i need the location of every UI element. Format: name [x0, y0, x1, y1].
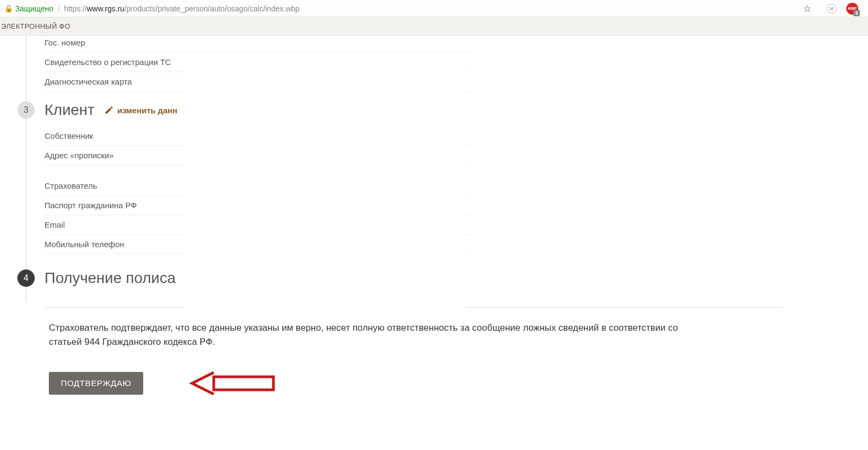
edit-link-label: изменить данн: [117, 106, 177, 115]
separator: |: [58, 4, 60, 13]
abp-badge: 3: [853, 10, 860, 16]
field-label: Страхователь: [44, 181, 97, 190]
bookmark-item[interactable]: ЭЛЕКТРОННЫЙ ФО: [1, 22, 71, 30]
field-label: Свидетельство о регистрации ТС: [44, 57, 171, 67]
url-scheme: https://: [64, 4, 87, 13]
field-label: Email: [44, 220, 65, 229]
pencil-icon: [104, 105, 114, 115]
url-display[interactable]: https://www.rgs.ru/products/private_pers…: [64, 4, 299, 13]
field-row-sts: Свидетельство о регистрации ТС: [44, 53, 471, 72]
field-label: Паспорт гражданина РФ: [44, 201, 137, 210]
bookmark-star-icon[interactable]: ☆: [803, 3, 812, 15]
url-path: /products/private_person/auto/osago/calc…: [124, 4, 299, 13]
step-3-number: 3: [17, 101, 35, 119]
annotation-arrow-icon: [181, 370, 279, 396]
confirm-button[interactable]: ПОДТВЕРЖДАЮ: [49, 372, 143, 395]
field-label: Диагностическая карта: [44, 77, 132, 86]
step-4-number: 4: [17, 269, 35, 287]
field-row-gos-nomer: Гос. номер: [44, 36, 471, 53]
field-label: Адрес «прописки»: [44, 151, 114, 160]
field-label: Мобильный телефон: [44, 240, 124, 249]
step-3-title: Клиент: [44, 101, 94, 119]
url-host: www.rgs.ru: [87, 4, 124, 13]
edit-client-link[interactable]: изменить данн: [104, 105, 177, 115]
extension-m-icon[interactable]: м: [827, 4, 837, 14]
bookmark-bar: ЭЛЕКТРОННЫЙ ФО: [0, 17, 868, 36]
field-label: Собственник: [44, 131, 93, 140]
legal-text: Страхователь подтверждает, что все данны…: [49, 321, 678, 349]
step-4-title: Получение полиса: [44, 269, 176, 287]
secure-label: Защищено: [15, 4, 53, 13]
extension-abp-icon[interactable]: ABP3: [846, 3, 858, 15]
lock-icon: 🔒: [4, 4, 13, 12]
blank-overlay: [184, 72, 467, 317]
field-label: Гос. номер: [44, 38, 85, 47]
steps-timeline: [25, 36, 27, 301]
browser-address-bar: 🔒 Защищено | https://www.rgs.ru/products…: [0, 0, 868, 17]
